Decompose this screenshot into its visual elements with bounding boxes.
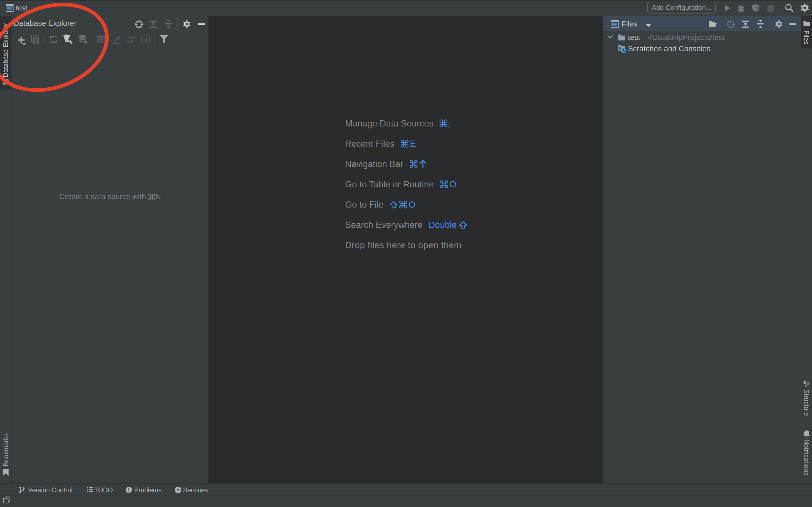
svg-text:QL: QL — [143, 38, 148, 42]
